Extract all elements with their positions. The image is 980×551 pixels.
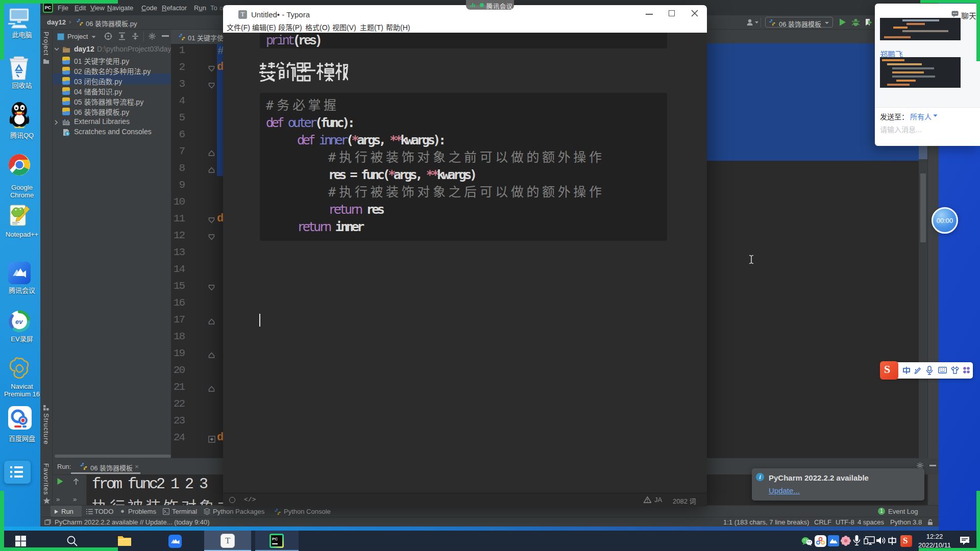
svg-text:PC: PC — [272, 537, 278, 541]
svg-text:ev: ev — [15, 318, 23, 325]
